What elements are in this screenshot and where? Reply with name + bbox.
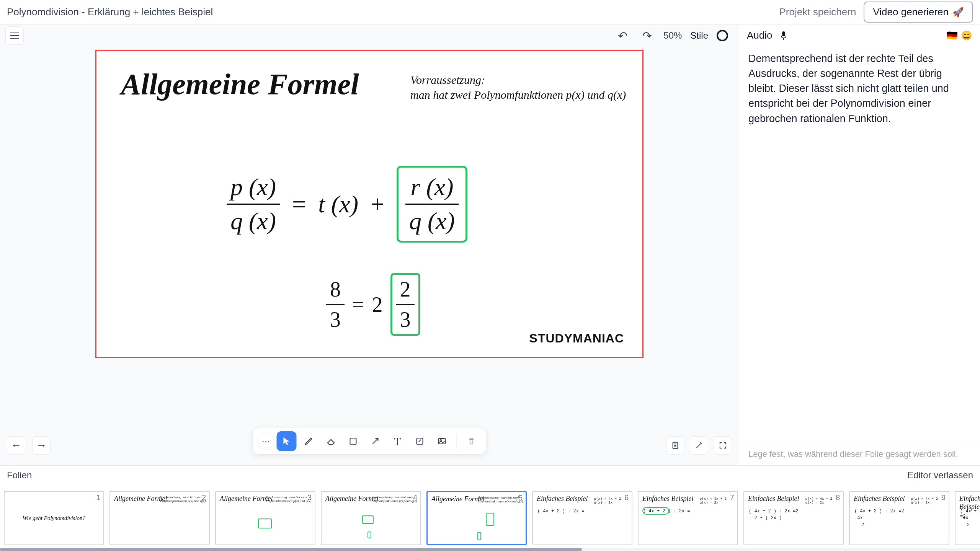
generate-video-label: Video generieren [873,6,949,18]
remainder-box-small: 2 3 [390,273,420,336]
flag-de-icon: 🇩🇪 [946,30,958,41]
zoom-level[interactable]: 50% [663,30,682,41]
expand-icon [719,441,727,450]
pencil-icon [304,437,314,446]
main-formula: p (x) q (x) = t (x) + r (x) q (x) [227,166,467,243]
header-actions: Projekt speichern Video generieren 🚀 [779,2,973,23]
main-row: ↶ ↷ 50% Stile Allgemeine Formel Vorrauss… [0,24,980,465]
fraction-8-3: 8 3 [326,277,345,332]
pencil-tool[interactable] [299,431,319,451]
brand-logo: STUDYMANIAC [529,331,624,346]
thumbnail-8[interactable]: 8 Einfaches Beispiel ( 4x + 2 ) : 2x =2 … [743,491,844,545]
remainder-box: r (x) q (x) [397,166,467,243]
slides-label: Folien [7,470,32,481]
prev-slide-button[interactable]: ← [7,436,25,455]
svg-rect-8 [782,31,785,36]
canvas-bottom-right [666,436,732,455]
slide-frame[interactable]: Allgemeine Formel Vorraussetzung: man ha… [95,50,644,358]
project-title: Polynomdivision - Erklärung + leichtes B… [7,6,213,18]
magic-button[interactable] [690,436,708,455]
text-tool[interactable]: T [388,431,408,451]
audio-hint: Lege fest, was während dieser Folie gesa… [739,443,980,465]
thumbnail-2[interactable]: 2 Allgemeine Formel Vorraussetzung: man … [109,491,210,545]
audio-panel: Audio 🇩🇪 😄 Dementsprechend ist der recht… [739,24,980,465]
redo-icon: ↷ [642,29,652,42]
topbar-right: ↶ ↷ 50% Stile [614,28,733,44]
slide-prerequisite: Vorraussetzung: man hat zwei Polynomfunk… [410,72,626,102]
notes-button[interactable] [666,436,684,455]
audio-label: Audio [747,29,773,41]
fraction-p-over-q: p (x) q (x) [227,173,280,235]
slide-viewport: Allgemeine Formel Vorraussetzung: man ha… [0,47,739,465]
drawing-toolbar: ··· T [253,428,487,455]
rocket-icon: 🚀 [952,7,964,18]
fraction-r-over-q: r (x) q (x) [405,173,459,235]
wand-icon [695,441,703,450]
image-icon [438,437,447,446]
thumbnail-4[interactable]: 4 Allgemeine Formel Vorraussetzung: man … [321,491,421,545]
flag-emoji-icon: 😄 [961,30,972,41]
trash-icon [467,437,476,445]
thumbnails-strip[interactable]: 1 Wie geht Polynomdivision? 2 Allgemeine… [0,484,980,548]
eraser-icon [326,436,336,446]
note-tool[interactable] [410,431,430,451]
svg-rect-0 [350,438,356,444]
thumbnail-1[interactable]: 1 Wie geht Polynomdivision? [4,491,104,545]
next-slide-button[interactable]: → [32,436,51,455]
thumbnail-9[interactable]: 9 Einfaches Beispiel ( 4x + 2 ) : 2x =2 … [849,491,949,545]
prereq-label: Vorraussetzung: [410,72,626,87]
audio-script-text[interactable]: Dementsprechend ist der rechte Teil des … [739,47,980,443]
delete-button[interactable] [462,431,482,451]
app-header: Polynomdivision - Erklärung + leichtes B… [0,0,980,24]
exit-editor-button[interactable]: Editor verlassen [907,470,973,481]
microphone-icon[interactable] [779,31,788,41]
audio-header: Audio 🇩🇪 😄 [739,24,980,47]
document-icon [671,441,679,450]
arrow-icon [371,437,380,446]
thumbnail-5[interactable]: 5 Allgemeine Formel Vorraussetzung: man … [426,491,527,545]
thumbnail-3[interactable]: 3 Allgemeine Formel Vorraussetzung: man … [215,491,315,545]
generate-video-button[interactable]: Video generieren 🚀 [864,2,973,23]
canvas-topbar: ↶ ↷ 50% Stile [0,24,739,47]
undo-button[interactable]: ↶ [614,28,630,44]
edit-square-icon [415,437,425,446]
canvas-area: ↶ ↷ 50% Stile Allgemeine Formel Vorrauss… [0,24,739,465]
t-of-x: t (x) [318,190,358,218]
fraction-2-3: 2 3 [396,277,415,332]
cursor-icon [282,437,291,446]
language-flags[interactable]: 🇩🇪 😄 [946,30,972,41]
menu-button[interactable] [5,26,24,45]
thumbnail-6[interactable]: 6 Einfaches Beispiel ( 4x + 2 ) : 2x = p… [532,491,632,545]
fullscreen-button[interactable] [714,436,732,455]
eraser-tool[interactable] [321,431,341,451]
select-tool[interactable] [277,431,297,451]
more-tools-button[interactable]: ··· [258,433,274,450]
hamburger-icon [10,33,19,39]
image-tool[interactable] [432,431,452,451]
thumbnails-scrollbar[interactable] [0,548,980,551]
save-project-button[interactable]: Projekt speichern [779,6,856,18]
footer-row: Folien Editor verlassen [0,465,980,484]
undo-icon: ↶ [618,29,627,42]
rectangle-tool[interactable] [343,431,363,451]
redo-button[interactable]: ↷ [639,28,655,44]
styles-button-label[interactable]: Stile [690,30,708,41]
slide-nav: ← → [7,436,51,455]
example-formula: 8 3 = 2 2 3 [326,273,420,336]
style-circle-icon[interactable] [717,30,728,41]
square-icon [349,437,358,446]
prereq-text: man hat zwei Polynomfunktionen p(x) und … [410,87,626,102]
thumbnail-10[interactable]: Einfaches Beispiel ( 4x + 2 ) : 2x =2 -4… [955,491,980,545]
thumbnail-7[interactable]: 7 Einfaches Beispiel ( 4x + 2 ) : 2x = p… [638,491,738,545]
arrow-tool[interactable] [366,431,385,451]
